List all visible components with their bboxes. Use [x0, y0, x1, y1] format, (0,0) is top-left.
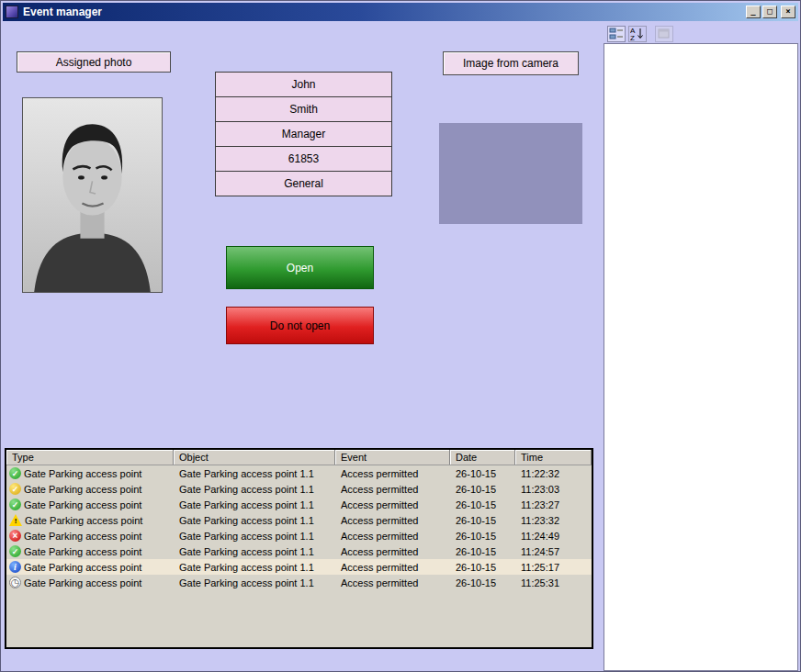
event-row[interactable]: Gate Parking access point Gate Parking a… [6, 465, 592, 481]
column-header-date[interactable]: Date [450, 450, 515, 465]
event-date: 26-10-15 [450, 468, 515, 479]
event-time: 11:22:32 [515, 468, 592, 479]
column-header-object[interactable]: Object [174, 450, 335, 465]
event-type-icon [9, 530, 21, 542]
event-object: Gate Parking access point 1.1 [174, 546, 335, 557]
event-object: Gate Parking access point 1.1 [174, 468, 335, 479]
event-time: 11:25:31 [515, 577, 592, 588]
person-info-fields: John Smith Manager 61853 General [215, 72, 392, 196]
table-header: Type Object Event Date Time [6, 450, 592, 465]
event-object: Gate Parking access point 1.1 [174, 577, 335, 588]
column-header-time[interactable]: Time [515, 450, 592, 465]
event-type-icon [9, 483, 21, 495]
event-type-icon [9, 545, 21, 557]
event-row[interactable]: Gate Parking access point Gate Parking a… [6, 543, 592, 559]
event-row[interactable]: Gate Parking access point Gate Parking a… [6, 497, 592, 512]
event-name: Access permitted [335, 515, 450, 526]
event-type-text: Gate Parking access point [24, 562, 141, 573]
event-date: 26-10-15 [450, 546, 515, 557]
property-grid-toolbar: A Z [607, 26, 673, 42]
event-object: Gate Parking access point 1.1 [174, 499, 335, 510]
event-type-icon [9, 577, 21, 588]
event-date: 26-10-15 [450, 515, 515, 526]
event-date: 26-10-15 [450, 484, 515, 495]
column-header-type[interactable]: Type [6, 450, 174, 465]
event-row[interactable]: Gate Parking access point Gate Parking a… [6, 528, 592, 543]
window-title: Event manager [23, 6, 102, 18]
event-time: 11:23:03 [515, 484, 592, 495]
open-button[interactable]: Open [226, 246, 374, 289]
department-field: General [215, 171, 392, 196]
maximize-button[interactable]: □ [762, 6, 777, 18]
sort-alphabetical-icon[interactable]: A Z [628, 26, 647, 42]
window-controls: _ □ × [746, 6, 795, 18]
event-name: Access permitted [335, 577, 450, 588]
event-type-icon [9, 498, 21, 510]
event-row[interactable]: Gate Parking access point Gate Parking a… [6, 512, 592, 528]
event-type-icon [9, 514, 22, 526]
event-object: Gate Parking access point 1.1 [174, 562, 335, 573]
event-type-text: Gate Parking access point [24, 531, 141, 542]
event-date: 26-10-15 [450, 531, 515, 542]
last-name-field: Smith [215, 96, 392, 122]
categorized-icon[interactable] [607, 26, 626, 42]
event-type-icon [9, 561, 21, 573]
title-bar[interactable]: Event manager _ □ × [3, 3, 798, 21]
event-time: 11:23:32 [515, 515, 592, 526]
table-body: Gate Parking access point Gate Parking a… [6, 465, 592, 590]
assigned-photo-button[interactable]: Assigned photo [17, 51, 171, 73]
event-object: Gate Parking access point 1.1 [174, 484, 335, 495]
event-name: Access permitted [335, 562, 450, 573]
event-log-table: Type Object Event Date Time Gate Parking… [5, 448, 593, 649]
event-name: Access permitted [335, 484, 450, 495]
event-row[interactable]: Gate Parking access point Gate Parking a… [6, 559, 592, 575]
event-date: 26-10-15 [450, 562, 515, 573]
event-name: Access permitted [335, 546, 450, 557]
event-type-text: Gate Parking access point [24, 468, 141, 479]
property-grid-panel[interactable] [604, 43, 798, 671]
minimize-button[interactable]: _ [746, 6, 761, 18]
svg-text:Z: Z [630, 34, 635, 41]
property-pages-icon [655, 26, 673, 42]
event-type-text: Gate Parking access point [24, 546, 141, 557]
event-type-text: Gate Parking access point [24, 499, 141, 510]
event-type-text: Gate Parking access point [24, 484, 141, 495]
card-number-field: 61853 [215, 146, 392, 172]
event-manager-window: Event manager _ □ × Assigned photo Image… [0, 0, 801, 672]
event-date: 26-10-15 [450, 499, 515, 510]
event-time: 11:24:49 [515, 531, 592, 542]
event-name: Access permitted [335, 499, 450, 510]
assigned-photo-image [22, 97, 163, 293]
event-object: Gate Parking access point 1.1 [174, 515, 335, 526]
event-type-text: Gate Parking access point [25, 515, 142, 526]
do-not-open-button[interactable]: Do not open [226, 307, 374, 344]
event-name: Access permitted [335, 468, 450, 479]
event-date: 26-10-15 [450, 577, 515, 588]
close-button[interactable]: × [781, 6, 795, 18]
event-row[interactable]: Gate Parking access point Gate Parking a… [6, 481, 592, 497]
event-type-icon [9, 467, 21, 479]
camera-image-placeholder [439, 123, 582, 224]
app-icon [6, 6, 18, 18]
position-field: Manager [215, 121, 392, 147]
image-from-camera-button[interactable]: Image from camera [443, 51, 579, 75]
event-time: 11:24:57 [515, 546, 592, 557]
event-object: Gate Parking access point 1.1 [174, 531, 335, 542]
event-time: 11:25:17 [515, 562, 592, 573]
first-name-field: John [215, 72, 392, 97]
portrait-illustration [23, 98, 162, 292]
event-type-text: Gate Parking access point [24, 577, 141, 588]
event-name: Access permitted [335, 531, 450, 542]
event-time: 11:23:27 [515, 499, 592, 510]
column-header-event[interactable]: Event [335, 450, 450, 465]
event-row[interactable]: Gate Parking access point Gate Parking a… [6, 575, 592, 590]
